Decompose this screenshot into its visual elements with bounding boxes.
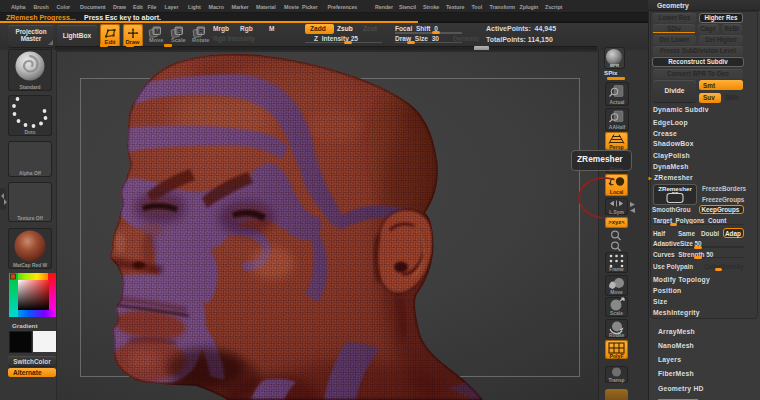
svg-text:M: M: [155, 28, 160, 35]
svg-text:R: R: [199, 28, 204, 35]
svg-text:S: S: [177, 28, 182, 35]
